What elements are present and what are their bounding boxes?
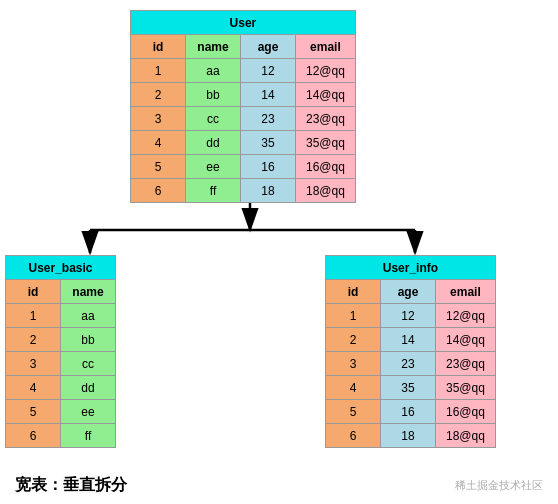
user-info-col-email: email xyxy=(436,280,496,304)
bottom-label: 宽表：垂直拆分 xyxy=(15,475,127,496)
user-col-id: id xyxy=(131,35,186,59)
table-row: 1aa xyxy=(6,304,116,328)
table-row: 3cc xyxy=(6,352,116,376)
table-row: 61818@qq xyxy=(326,424,496,448)
user-table-title: User xyxy=(131,11,356,35)
bottom-bar: 宽表：垂直拆分 稀土掘金技术社区 xyxy=(0,475,558,496)
user-info-col-id: id xyxy=(326,280,381,304)
user-col-name: name xyxy=(186,35,241,59)
user-col-age: age xyxy=(241,35,296,59)
table-row: 5ee xyxy=(6,400,116,424)
user-info-table-title: User_info xyxy=(326,256,496,280)
user-basic-table: User_basic id name 1aa 2bb 3cc 4dd 5ee 6… xyxy=(5,255,116,448)
table-row: 1aa1212@qq xyxy=(131,59,356,83)
user-basic-table-title: User_basic xyxy=(6,256,116,280)
user-info-col-age: age xyxy=(381,280,436,304)
table-row: 43535@qq xyxy=(326,376,496,400)
user-basic-col-name: name xyxy=(61,280,116,304)
user-basic-col-id: id xyxy=(6,280,61,304)
user-col-email: email xyxy=(296,35,356,59)
table-row: 51616@qq xyxy=(326,400,496,424)
table-row: 3cc2323@qq xyxy=(131,107,356,131)
table-row: 4dd3535@qq xyxy=(131,131,356,155)
diagram-container: User id name age email 1aa1212@qq 2bb141… xyxy=(0,0,558,504)
table-row: 2bb xyxy=(6,328,116,352)
table-row: 6ff xyxy=(6,424,116,448)
table-row: 32323@qq xyxy=(326,352,496,376)
user-info-table: User_info id age email 11212@qq 21414@qq… xyxy=(325,255,496,448)
table-row: 2bb1414@qq xyxy=(131,83,356,107)
watermark: 稀土掘金技术社区 xyxy=(455,478,543,493)
table-row: 6ff1818@qq xyxy=(131,179,356,203)
table-row: 11212@qq xyxy=(326,304,496,328)
table-row: 4dd xyxy=(6,376,116,400)
user-table: User id name age email 1aa1212@qq 2bb141… xyxy=(130,10,356,203)
table-row: 5ee1616@qq xyxy=(131,155,356,179)
table-row: 21414@qq xyxy=(326,328,496,352)
